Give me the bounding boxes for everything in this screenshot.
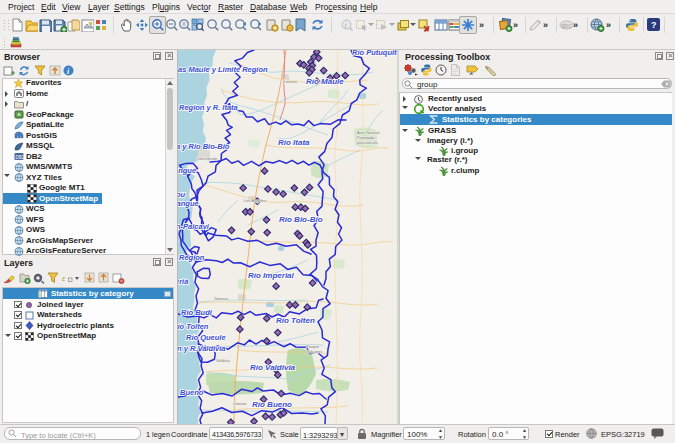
svg-text:eria: eria bbox=[178, 277, 188, 286]
svg-text:Concepción: Concepción bbox=[196, 156, 217, 161]
svg-text:ou: ou bbox=[178, 190, 186, 199]
svg-text:Bueno: Bueno bbox=[180, 388, 204, 397]
svg-text:Río Tolten: Río Tolten bbox=[276, 316, 315, 325]
svg-text:Río Imperial: Río Imperial bbox=[248, 271, 295, 280]
svg-text:angue: angue bbox=[178, 166, 196, 175]
svg-text:nangue: nangue bbox=[178, 199, 199, 208]
svg-text:abc: abc bbox=[561, 22, 572, 29]
svg-text:DB2: DB2 bbox=[16, 155, 25, 160]
svg-text:Río Valdivia: Río Valdivia bbox=[250, 363, 296, 372]
svg-text:n-Paicavi: n-Paicavi bbox=[178, 222, 210, 231]
svg-text:Volcanes: Volcanes bbox=[306, 349, 322, 354]
svg-text:?: ? bbox=[651, 20, 657, 30]
svg-text:Río Budi: Río Budi bbox=[181, 308, 213, 317]
svg-text:i: i bbox=[345, 21, 347, 30]
svg-text:Region y R. Itata: Region y R. Itata bbox=[179, 103, 238, 112]
svg-text:ε: ε bbox=[62, 273, 66, 283]
svg-text:Linares: Linares bbox=[284, 79, 297, 84]
svg-text:porciúncula: porciúncula bbox=[357, 140, 378, 145]
svg-text:Los Ángeles: Los Ángeles bbox=[244, 198, 266, 203]
svg-text:a y Rio Bio-Bio: a y Rio Bio-Bio bbox=[178, 142, 230, 151]
svg-text:Osorno: Osorno bbox=[233, 401, 247, 406]
svg-text:Río Putuquito: Río Putuquito bbox=[352, 50, 397, 57]
svg-text:Region: Region bbox=[179, 253, 205, 262]
svg-text:Río Tolten: Río Tolten bbox=[178, 322, 209, 331]
svg-text:Temuco: Temuco bbox=[214, 296, 229, 301]
svg-text:Río Maule: Río Maule bbox=[306, 77, 344, 86]
svg-text:Río Itata: Río Itata bbox=[278, 138, 310, 147]
svg-text:n y R.Valdivia: n y R.Valdivia bbox=[178, 344, 226, 353]
svg-text:Río Bio-Bio: Río Bio-Bio bbox=[279, 215, 323, 224]
svg-text:Río Queule: Río Queule bbox=[186, 333, 226, 342]
svg-text:Río Bueno: Río Bueno bbox=[252, 400, 292, 409]
svg-text:Valdivia: Valdivia bbox=[216, 358, 230, 363]
svg-text:as Maule y Limite Region: as Maule y Limite Region bbox=[178, 65, 268, 74]
